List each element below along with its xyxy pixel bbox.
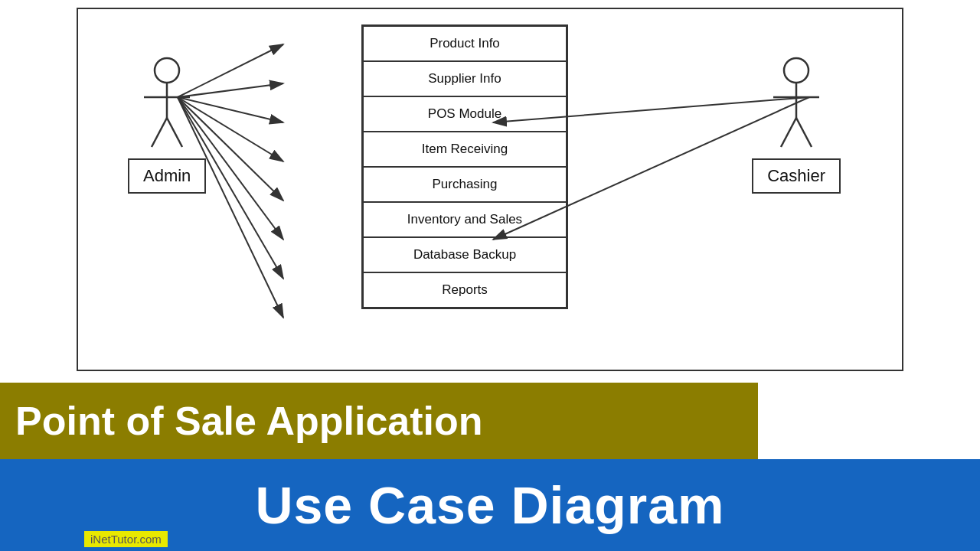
banner-title-line2: Use Case Diagram [255, 475, 724, 535]
use-case-reports: Reports [363, 272, 567, 308]
diagram-area: Product Info Supplier Info POS Module It… [0, 0, 980, 383]
use-case-pos-module: POS Module [363, 96, 567, 132]
outer-box: Product Info Supplier Info POS Module It… [77, 8, 903, 371]
admin-label: Admin [128, 158, 206, 194]
use-case-item-receiving: Item Receiving [363, 132, 567, 167]
use-case-product-info: Product Info [363, 26, 567, 61]
use-case-supplier-info: Supplier Info [363, 61, 567, 96]
bottom-banner: Point of Sale Application Use Case Diagr… [0, 383, 980, 551]
use-case-inventory-sales: Inventory and Sales [363, 202, 567, 237]
use-case-container: Product Info Supplier Info POS Module It… [361, 24, 568, 309]
use-case-purchasing: Purchasing [363, 167, 567, 202]
cashier-figure [773, 55, 819, 155]
admin-actor: Admin [128, 55, 206, 194]
cashier-label: Cashier [752, 158, 841, 194]
svg-line-3 [152, 118, 167, 147]
cashier-actor: Cashier [752, 55, 841, 194]
svg-line-9 [796, 118, 812, 147]
banner-olive: Point of Sale Application [0, 383, 758, 459]
svg-point-5 [784, 58, 808, 83]
banner-title-line1: Point of Sale Application [15, 398, 483, 444]
watermark: iNetTutor.com [84, 531, 168, 547]
use-case-database-backup: Database Backup [363, 237, 567, 272]
svg-point-0 [155, 58, 179, 83]
svg-line-8 [781, 118, 796, 147]
admin-figure [144, 55, 190, 155]
svg-line-4 [167, 118, 182, 147]
